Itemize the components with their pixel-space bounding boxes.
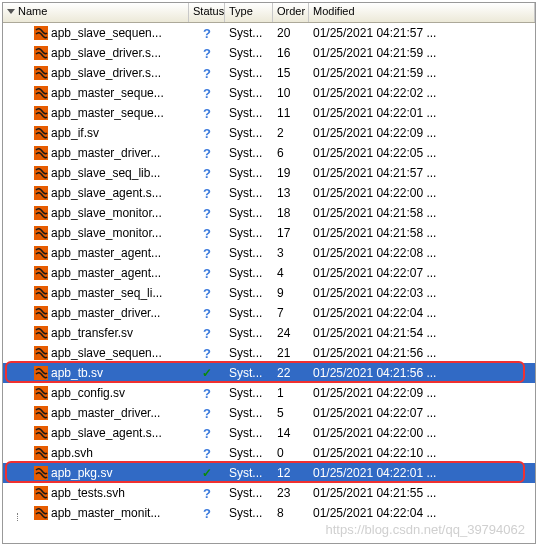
order-cell: 20: [273, 26, 309, 40]
status-cell: ?: [189, 266, 225, 281]
table-row[interactable]: apb_if.sv?Syst...201/25/2021 04:22:09 ..…: [3, 123, 535, 143]
file-list: apb_slave_sequen...?Syst...2001/25/2021 …: [3, 23, 535, 523]
file-icon: [33, 45, 49, 61]
file-icon: [33, 105, 49, 121]
column-header-row: Name Status Type Order Modified: [3, 3, 535, 23]
table-row[interactable]: apb_slave_sequen...?Syst...2001/25/2021 …: [3, 23, 535, 43]
modified-cell: 01/25/2021 04:22:09 ...: [309, 386, 535, 400]
col-header-name[interactable]: Name: [3, 3, 189, 22]
type-cell: Syst...: [225, 206, 273, 220]
table-row[interactable]: apb_master_monit...?Syst...801/25/2021 0…: [3, 503, 535, 523]
modified-cell: 01/25/2021 04:21:58 ...: [309, 226, 535, 240]
type-cell: Syst...: [225, 246, 273, 260]
type-cell: Syst...: [225, 346, 273, 360]
table-row[interactable]: apb_master_driver...?Syst...601/25/2021 …: [3, 143, 535, 163]
file-icon: [33, 305, 49, 321]
status-cell: ?: [189, 506, 225, 521]
table-row[interactable]: apb_slave_sequen...?Syst...2101/25/2021 …: [3, 343, 535, 363]
file-name-cell: apb_config.sv: [3, 385, 189, 401]
file-name-cell: apb_master_agent...: [3, 265, 189, 281]
file-name-label: apb_master_agent...: [51, 266, 161, 280]
type-cell: Syst...: [225, 506, 273, 520]
table-row[interactable]: apb_slave_seq_lib...?Syst...1901/25/2021…: [3, 163, 535, 183]
status-cell: ?: [189, 66, 225, 81]
type-cell: Syst...: [225, 366, 273, 380]
file-icon: [33, 125, 49, 141]
type-cell: Syst...: [225, 106, 273, 120]
table-row[interactable]: apb_transfer.sv?Syst...2401/25/2021 04:2…: [3, 323, 535, 343]
file-name-cell: apb_slave_agent.s...: [3, 425, 189, 441]
file-name-label: apb_master_seq_li...: [51, 286, 162, 300]
question-icon: ?: [203, 106, 211, 121]
file-name-label: apb_master_seque...: [51, 86, 164, 100]
question-icon: ?: [203, 46, 211, 61]
file-name-label: apb_master_driver...: [51, 306, 160, 320]
status-cell: ✓: [189, 466, 225, 480]
table-row[interactable]: apb_slave_driver.s...?Syst...1601/25/202…: [3, 43, 535, 63]
status-cell: ?: [189, 246, 225, 261]
modified-cell: 01/25/2021 04:21:59 ...: [309, 66, 535, 80]
table-row[interactable]: apb_slave_agent.s...?Syst...1401/25/2021…: [3, 423, 535, 443]
file-icon: [33, 205, 49, 221]
file-name-label: apb_slave_agent.s...: [51, 186, 162, 200]
col-header-status[interactable]: Status: [189, 3, 225, 22]
watermark: https://blog.csdn.net/qq_39794062: [326, 522, 526, 537]
table-row[interactable]: apb_master_driver...?Syst...701/25/2021 …: [3, 303, 535, 323]
table-row[interactable]: apb_slave_monitor...?Syst...1801/25/2021…: [3, 203, 535, 223]
file-name-label: apb_master_driver...: [51, 146, 160, 160]
table-row[interactable]: apb_master_agent...?Syst...401/25/2021 0…: [3, 263, 535, 283]
table-row[interactable]: apb_master_seque...?Syst...1101/25/2021 …: [3, 103, 535, 123]
table-row[interactable]: apb_master_seque...?Syst...1001/25/2021 …: [3, 83, 535, 103]
status-cell: ?: [189, 446, 225, 461]
file-icon: [33, 505, 49, 521]
question-icon: ?: [203, 306, 211, 321]
table-row[interactable]: apb_master_seq_li...?Syst...901/25/2021 …: [3, 283, 535, 303]
type-cell: Syst...: [225, 406, 273, 420]
question-icon: ?: [203, 226, 211, 241]
question-icon: ?: [203, 126, 211, 141]
table-row[interactable]: apb_master_driver...?Syst...501/25/2021 …: [3, 403, 535, 423]
order-cell: 13: [273, 186, 309, 200]
file-name-cell: apb_master_seque...: [3, 85, 189, 101]
file-icon: [33, 65, 49, 81]
status-cell: ?: [189, 146, 225, 161]
status-cell: ?: [189, 486, 225, 501]
table-row[interactable]: apb_slave_agent.s...?Syst...1301/25/2021…: [3, 183, 535, 203]
table-row[interactable]: apb_tests.svh?Syst...2301/25/2021 04:21:…: [3, 483, 535, 503]
status-cell: ?: [189, 326, 225, 341]
table-row[interactable]: apb_slave_monitor...?Syst...1701/25/2021…: [3, 223, 535, 243]
status-cell: ?: [189, 86, 225, 101]
file-icon: [33, 165, 49, 181]
col-header-modified-label: Modified: [313, 5, 355, 17]
table-row[interactable]: apb_slave_driver.s...?Syst...1501/25/202…: [3, 63, 535, 83]
file-name-cell: apb_master_monit...: [3, 505, 189, 521]
modified-cell: 01/25/2021 04:21:57 ...: [309, 26, 535, 40]
table-row[interactable]: apb_master_agent...?Syst...301/25/2021 0…: [3, 243, 535, 263]
question-icon: ?: [203, 86, 211, 101]
modified-cell: 01/25/2021 04:21:58 ...: [309, 206, 535, 220]
modified-cell: 01/25/2021 04:21:57 ...: [309, 166, 535, 180]
type-cell: Syst...: [225, 326, 273, 340]
col-header-order[interactable]: Order: [273, 3, 309, 22]
file-icon: [33, 145, 49, 161]
type-cell: Syst...: [225, 426, 273, 440]
modified-cell: 01/25/2021 04:22:02 ...: [309, 86, 535, 100]
status-cell: ✓: [189, 366, 225, 380]
file-name-label: apb_master_seque...: [51, 106, 164, 120]
status-cell: ?: [189, 286, 225, 301]
question-icon: ?: [203, 206, 211, 221]
file-name-cell: apb_if.sv: [3, 125, 189, 141]
table-row[interactable]: apb_config.sv?Syst...101/25/2021 04:22:0…: [3, 383, 535, 403]
status-cell: ?: [189, 106, 225, 121]
order-cell: 12: [273, 466, 309, 480]
file-icon: [33, 425, 49, 441]
table-row[interactable]: apb.svh?Syst...001/25/2021 04:22:10 ...: [3, 443, 535, 463]
file-name-label: apb_slave_agent.s...: [51, 426, 162, 440]
col-header-modified[interactable]: Modified: [309, 3, 535, 22]
order-cell: 16: [273, 46, 309, 60]
table-row[interactable]: apb_tb.sv✓Syst...2201/25/2021 04:21:56 .…: [3, 363, 535, 383]
col-header-type[interactable]: Type: [225, 3, 273, 22]
modified-cell: 01/25/2021 04:21:56 ...: [309, 346, 535, 360]
table-row[interactable]: apb_pkg.sv✓Syst...1201/25/2021 04:22:01 …: [3, 463, 535, 483]
file-icon: [33, 285, 49, 301]
